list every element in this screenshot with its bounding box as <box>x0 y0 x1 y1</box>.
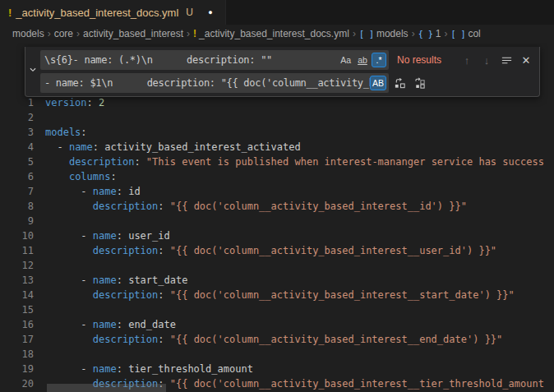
find-input[interactable]: \s{6}- name: (.*)\n description: "" Aa a… <box>40 50 389 70</box>
vscode-window: ! _activity_based_interest_docs.yml U ● … <box>0 0 554 392</box>
code-line: 10 - name: user_id <box>0 228 554 243</box>
next-match-button[interactable]: ↓ <box>478 51 496 69</box>
breadcrumb-label: core <box>54 28 73 39</box>
line-number[interactable]: 8 <box>0 199 34 214</box>
code-line: 19 - name: tier_threshold_amount <box>0 362 554 376</box>
breadcrumb: models›core›activity_based_interest›!_ac… <box>0 25 554 43</box>
code-line: 17 description: "{{ doc('column__activit… <box>0 332 554 347</box>
replace-input[interactable]: - name: $1\n description: "{{ doc('colum… <box>40 73 389 93</box>
code-line: 6 columns: <box>0 169 554 184</box>
code-line: 15 <box>0 302 554 317</box>
arrow-up-icon: ↑ <box>464 54 470 67</box>
warning-icon: ! <box>193 28 196 39</box>
line-number[interactable]: 13 <box>0 273 34 288</box>
breadcrumb-separator: › <box>412 28 415 39</box>
code-line: 4 - name: activity_based_interest_activa… <box>0 140 554 154</box>
array-icon: [ ] <box>450 30 465 39</box>
breadcrumb-item[interactable]: [ ]col <box>450 28 480 39</box>
whole-word-button[interactable]: ab <box>355 53 370 67</box>
warning-icon: ! <box>8 7 12 19</box>
line-number[interactable]: 18 <box>0 347 34 362</box>
code-line: 9 <box>0 214 554 228</box>
line-content[interactable]: - name: user_id <box>45 228 170 243</box>
line-number[interactable]: 19 <box>0 362 34 376</box>
breadcrumb-item[interactable]: !_activity_based_interest_docs.yml <box>193 28 349 39</box>
regex-button[interactable]: .* <box>372 53 386 67</box>
line-number[interactable]: 2 <box>0 110 34 125</box>
line-content[interactable]: description: "{{ doc('column__activity_b… <box>45 199 467 214</box>
preserve-case-button[interactable]: AB <box>370 76 386 90</box>
find-row: \s{6}- name: (.*)\n description: "" Aa a… <box>40 50 536 70</box>
line-content[interactable]: models: <box>45 125 87 140</box>
replace-options: AB <box>370 76 386 90</box>
line-content[interactable]: description: "{{ doc('column__activity_b… <box>45 332 502 347</box>
close-button[interactable]: ✕ <box>517 51 535 69</box>
line-number[interactable]: 3 <box>0 125 34 140</box>
line-content[interactable]: description: "{{ doc('column__activity_b… <box>45 243 496 258</box>
line-content[interactable]: version: 2 <box>45 95 104 110</box>
code-line: 7 - name: id <box>0 184 554 199</box>
breadcrumb-item[interactable]: models <box>12 28 44 39</box>
line-number[interactable]: 11 <box>0 243 34 258</box>
modified-dot-icon[interactable]: ● <box>204 8 217 16</box>
arrow-down-icon: ↓ <box>484 54 490 67</box>
replace-button[interactable] <box>390 74 409 92</box>
line-content[interactable]: - name: id <box>45 184 141 199</box>
line-content[interactable]: - name: tier_threshold_amount <box>45 362 253 376</box>
git-status-badge: U <box>186 7 193 18</box>
editor-tab[interactable]: ! _activity_based_interest_docs.yml U ● <box>0 0 226 25</box>
line-number[interactable]: 14 <box>0 288 34 302</box>
code-line: 3models: <box>0 125 554 140</box>
find-in-selection-button[interactable] <box>497 51 515 69</box>
line-number[interactable]: 10 <box>0 228 34 243</box>
breadcrumb-item[interactable]: core <box>54 28 73 39</box>
horizontal-scrollbar[interactable] <box>0 384 554 392</box>
line-content[interactable]: description: "{{ doc('column__activity_b… <box>45 288 515 302</box>
line-number[interactable]: 7 <box>0 184 34 199</box>
breadcrumb-label: _activity_based_interest_docs.yml <box>199 28 349 39</box>
line-number[interactable]: 4 <box>0 140 34 154</box>
tab-title: _activity_based_interest_docs.yml <box>16 7 178 19</box>
breadcrumb-label: models <box>12 28 44 39</box>
breadcrumb-item[interactable]: { }1 <box>418 28 441 39</box>
line-content[interactable]: description: "This event is published wh… <box>45 154 544 169</box>
editor-area: \s{6}- name: (.*)\n description: "" Aa a… <box>0 43 554 392</box>
line-number[interactable]: 17 <box>0 332 34 347</box>
line-number[interactable]: 12 <box>0 258 34 273</box>
line-number[interactable]: 16 <box>0 317 34 332</box>
line-number[interactable]: 9 <box>0 214 34 228</box>
breadcrumb-label: col <box>468 28 480 39</box>
object-icon: { } <box>418 30 433 39</box>
toggle-replace-button[interactable] <box>25 50 40 93</box>
line-content[interactable]: - name: start_date <box>45 273 187 288</box>
breadcrumb-label: 1 <box>436 28 441 39</box>
code-line: 11 description: "{{ doc('column__activit… <box>0 243 554 258</box>
replace-all-button[interactable] <box>410 74 428 92</box>
match-case-button[interactable]: Aa <box>338 53 353 67</box>
replace-row: - name: $1\n description: "{{ doc('colum… <box>40 73 536 93</box>
selection-filter-icon <box>501 54 513 67</box>
breadcrumb-separator: › <box>353 28 356 39</box>
line-number[interactable]: 1 <box>0 95 34 110</box>
breadcrumb-item[interactable]: activity_based_interest <box>83 28 183 39</box>
find-widget: \s{6}- name: (.*)\n description: "" Aa a… <box>25 47 540 97</box>
line-number[interactable]: 15 <box>0 302 34 317</box>
replace-all-icon <box>413 77 426 90</box>
line-number[interactable]: 5 <box>0 154 34 169</box>
line-content[interactable]: columns: <box>45 169 117 184</box>
line-number[interactable]: 6 <box>0 169 34 184</box>
line-content[interactable]: - name: activity_based_interest_activate… <box>45 140 301 154</box>
results-count: No results <box>397 54 453 66</box>
array-icon: [ ] <box>359 30 374 39</box>
code-line: 16 - name: end_date <box>0 317 554 332</box>
line-content[interactable]: - name: end_date <box>45 317 176 332</box>
breadcrumb-separator: › <box>76 28 80 39</box>
code-line: 1version: 2 <box>0 95 554 110</box>
breadcrumb-separator: › <box>48 28 51 39</box>
breadcrumb-item[interactable]: [ ]models <box>359 28 409 39</box>
code-line: 13 - name: start_date <box>0 273 554 288</box>
code-line: 12 <box>0 258 554 273</box>
breadcrumb-label: models <box>376 28 409 39</box>
horizontal-scrollbar-thumb[interactable] <box>47 384 166 392</box>
previous-match-button[interactable]: ↑ <box>458 51 476 69</box>
